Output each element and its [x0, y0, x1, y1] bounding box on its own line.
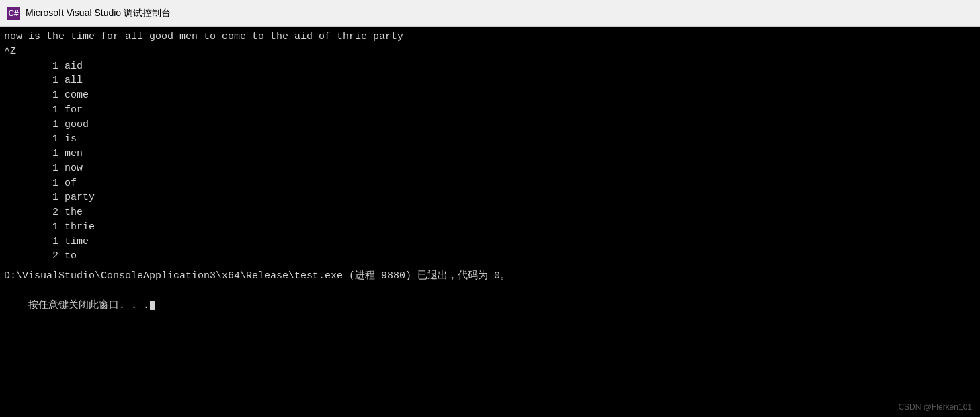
- exit-line: D:\VisualStudio\ConsoleApplication3\x64\…: [4, 269, 976, 284]
- word-count-row: 2 the: [4, 205, 976, 220]
- cursor-block: [150, 301, 155, 310]
- word-count-row: 1 thrie: [4, 220, 976, 235]
- word-count-row: 2 to: [4, 249, 976, 264]
- watermark: CSDN @Flerken101: [898, 402, 972, 412]
- control-z-line: ^Z: [4, 44, 976, 59]
- word-count-row: 1 for: [4, 103, 976, 118]
- word-count-row: 1 time: [4, 235, 976, 250]
- word-count-row: 1 of: [4, 176, 976, 191]
- input-line: now is the time for all good men to come…: [4, 30, 976, 44]
- word-count-row: 1 aid: [4, 59, 976, 74]
- title-bar: C# Microsoft Visual Studio 调试控制台: [0, 0, 980, 27]
- word-count-row: 1 now: [4, 161, 976, 176]
- word-count-list: 1 aid 1 all 1 come 1 for 1 good 1 is 1 m…: [4, 59, 976, 264]
- title-bar-text: Microsoft Visual Studio 调试控制台: [26, 7, 171, 20]
- word-count-row: 1 men: [4, 147, 976, 161]
- word-count-row: 1 come: [4, 88, 976, 103]
- word-count-row: 1 party: [4, 190, 976, 205]
- vs-icon: C#: [7, 7, 20, 20]
- word-count-row: 1 good: [4, 118, 976, 132]
- console-area: now is the time for all good men to come…: [0, 27, 980, 417]
- press-key-line: 按任意键关闭此窗口. . .: [4, 284, 976, 328]
- word-count-row: 1 is: [4, 132, 976, 147]
- word-count-row: 1 all: [4, 73, 976, 88]
